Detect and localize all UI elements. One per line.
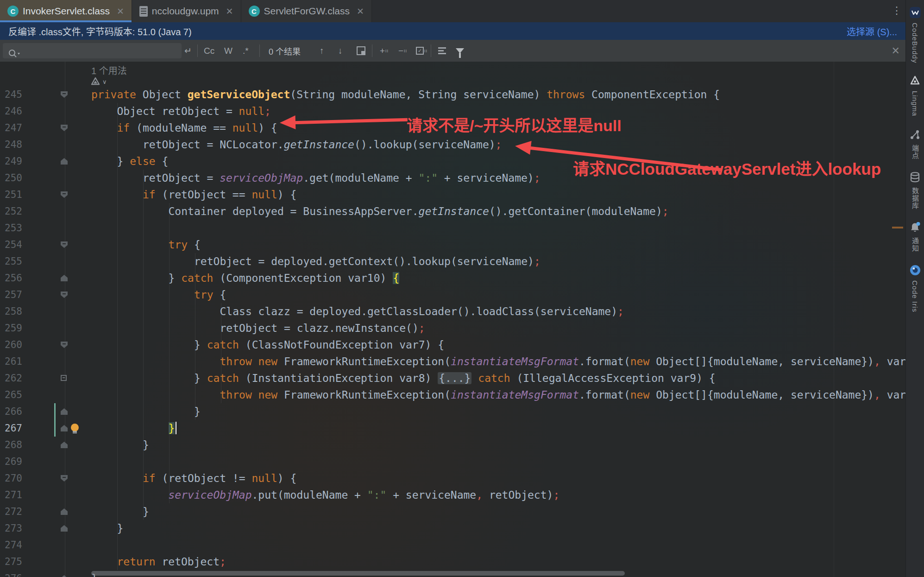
code-line[interactable]: 262} catch (InstantiationException var8)… [0, 370, 905, 387]
close-icon[interactable]: ✕ [117, 6, 124, 17]
fold-marker-icon[interactable] [61, 425, 68, 431]
code-token: (ClassNotFoundException var7) { [239, 339, 444, 351]
next-occurrence-icon[interactable]: ↓ [338, 40, 343, 62]
close-icon[interactable]: ✕ [226, 6, 233, 17]
fold-marker-icon[interactable] [61, 408, 68, 415]
select-all-occurrences-icon[interactable]: ✓II [416, 40, 427, 62]
tab-invokerservlet[interactable]: C InvokerServlet.class ✕ [0, 0, 132, 22]
remove-occurrence-icon[interactable]: −II [398, 40, 407, 62]
filter-icon[interactable] [456, 40, 464, 62]
fold-marker-icon[interactable] [61, 508, 68, 515]
stripe-item-notifications[interactable]: 通知 [909, 222, 921, 252]
code-line[interactable]: 251if (retObject == null) { [0, 186, 905, 203]
code-line[interactable]: 261throw new FrameworkRuntimeException(i… [0, 353, 905, 370]
code-line[interactable]: 273} [0, 520, 905, 537]
code-text: try { [194, 286, 226, 303]
regex-toggle[interactable]: .* [243, 40, 249, 62]
code-token: ; [264, 105, 271, 117]
code-token: catch [207, 372, 239, 384]
stripe-item-lingma[interactable]: Lingma [909, 75, 921, 116]
code-line[interactable]: 266} [0, 403, 905, 420]
codebuddy-icon [909, 6, 921, 19]
close-icon[interactable]: ✕ [357, 6, 364, 17]
code-editor[interactable]: 1 个用法 ∨ 245private Object getServiceObje… [0, 62, 905, 577]
code-line[interactable]: 252Container deployed = BusinessAppServe… [0, 203, 905, 220]
fold-marker-icon[interactable] [61, 91, 68, 98]
choose-sources-link[interactable]: 选择源 (S)... [847, 25, 897, 38]
code-line[interactable]: 269 [0, 453, 905, 470]
line-number: 245 [0, 86, 22, 103]
fold-marker-icon[interactable] [61, 241, 68, 248]
code-text: if (retObject == null) { [143, 186, 296, 203]
words-toggle[interactable]: W [224, 40, 233, 62]
search-options-icon[interactable] [438, 40, 446, 62]
newline-icon[interactable]: ↵ [184, 40, 192, 62]
knot-icon [90, 76, 101, 87]
fold-marker-icon[interactable] [61, 292, 68, 298]
folded-region[interactable]: {...} [438, 372, 471, 384]
fold-marker-icon[interactable] [61, 442, 68, 448]
code-line[interactable]: 260} catch (ClassNotFoundException var7)… [0, 336, 905, 353]
fold-marker-icon[interactable] [61, 475, 68, 482]
code-line[interactable]: 268} [0, 437, 905, 453]
stripe-item-code-iris[interactable]: Code Iris [909, 264, 921, 312]
tab-nccloudgw[interactable]: nccloudgw.upm ✕ [132, 0, 241, 22]
code-token: ; [534, 255, 541, 267]
code-line[interactable]: 245private Object getServiceObject(Strin… [0, 86, 905, 103]
tab-servletforgw[interactable]: C ServletForGW.class ✕ [241, 0, 372, 22]
line-number: 262 [0, 370, 22, 387]
code-line[interactable]: 257try { [0, 286, 905, 303]
code-line[interactable]: 258Class clazz = deployed.getClassLoader… [0, 303, 905, 320]
stripe-item-endpoints[interactable]: 端点 [909, 129, 921, 159]
code-line[interactable]: 270if (retObject != null) { [0, 470, 905, 487]
intention-lightbulb-icon[interactable] [71, 424, 79, 431]
code-line[interactable]: 256} catch (ComponentException var10) { [0, 270, 905, 286]
stripe-item-codebuddy[interactable]: CodeBuddy [909, 6, 921, 63]
error-stripe-mark[interactable] [892, 227, 903, 228]
close-find-bar-icon[interactable]: ✕ [892, 40, 900, 62]
code-line[interactable]: 253 [0, 220, 905, 236]
vcs-change-marker [54, 403, 56, 437]
previous-occurrence-icon[interactable]: ↑ [320, 40, 324, 62]
code-line[interactable]: 267} [0, 420, 905, 437]
code-line[interactable]: 272} [0, 503, 905, 520]
code-token: .put(moduleName + [252, 489, 367, 501]
code-token: (retObject == [156, 189, 252, 201]
code-token: (IllegalAccessException var9) { [510, 372, 716, 384]
code-token [471, 372, 478, 384]
fold-marker-icon[interactable] [61, 575, 68, 577]
usage-hint[interactable]: 1 个用法 [91, 63, 127, 77]
code-line[interactable]: 271serviceObjMap.put(moduleName + ":" + … [0, 487, 905, 503]
decompiled-method-icon[interactable]: ∨ [90, 76, 107, 87]
code-token: return [117, 556, 156, 568]
fold-marker-icon[interactable] [61, 125, 68, 131]
fold-marker-icon[interactable] [61, 275, 68, 281]
more-options-icon[interactable]: ⋮ [892, 5, 902, 17]
fold-marker-icon[interactable] [61, 342, 68, 348]
code-token: { [393, 272, 399, 284]
fold-marker-icon[interactable] [61, 375, 67, 381]
horizontal-scrollbar[interactable] [91, 571, 625, 576]
add-occurrence-icon[interactable]: +II [380, 40, 389, 62]
code-line[interactable]: 248retObject = NCLocator.getInstance().l… [0, 136, 905, 153]
code-line[interactable]: 259retObject = clazz.newInstance(); [0, 320, 905, 336]
code-line[interactable]: 255retObject = deployed.getContext().loo… [0, 253, 905, 270]
code-line[interactable]: 265throw new FrameworkRuntimeException(i… [0, 387, 905, 403]
find-in-selection-icon[interactable] [357, 40, 365, 62]
fold-marker-icon[interactable] [61, 525, 68, 532]
code-line[interactable]: 274 [0, 537, 905, 553]
code-token: new [630, 355, 650, 368]
stripe-item-database[interactable]: 数据库 [909, 171, 921, 209]
code-line[interactable]: 254try { [0, 236, 905, 253]
code-token: retObject = NCLocator. [143, 139, 284, 151]
code-text: try { [169, 236, 201, 253]
search-input[interactable] [3, 43, 182, 58]
fold-marker-icon[interactable] [61, 191, 68, 198]
line-number: 261 [0, 353, 22, 370]
fold-marker-icon[interactable] [61, 158, 68, 165]
chevron-down-icon: ∨ [102, 78, 107, 85]
line-number: 251 [0, 186, 22, 203]
code-line[interactable]: 275return retObject; [0, 553, 905, 570]
code-token: catch [181, 272, 213, 284]
match-case-toggle[interactable]: Cc [204, 40, 214, 62]
